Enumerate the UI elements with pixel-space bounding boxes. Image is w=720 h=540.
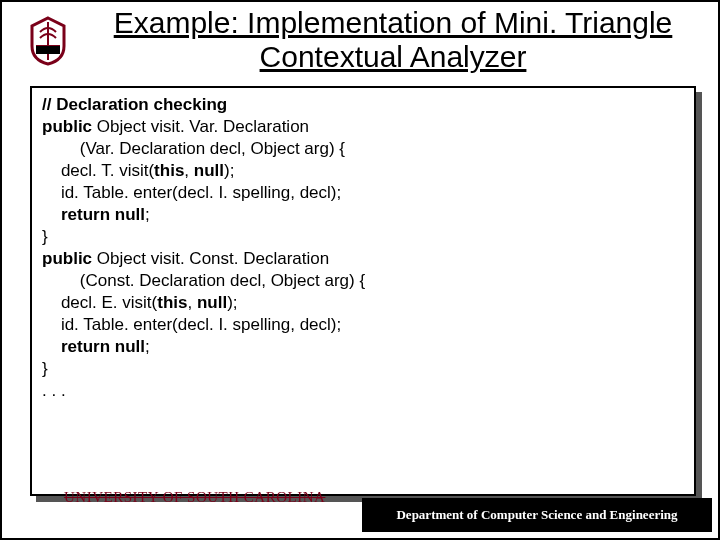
code-text: null xyxy=(194,161,224,180)
code-text: } xyxy=(42,227,48,246)
code-text: public xyxy=(42,249,97,268)
code-text: ); xyxy=(224,161,234,180)
code-text: return null xyxy=(61,205,145,224)
code-text: , xyxy=(184,161,193,180)
code-text: id. Table. enter(decl. I. spelling, decl… xyxy=(42,315,341,334)
code-text: this xyxy=(157,293,187,312)
slide-title: Example: Implementation of Mini. Triangl… xyxy=(80,6,706,74)
code-text: return null xyxy=(61,337,145,356)
code-text: id. Table. enter(decl. I. spelling, decl… xyxy=(42,183,341,202)
code-text: // Declaration checking xyxy=(42,95,227,114)
code-text xyxy=(42,337,61,356)
code-box: // Declaration checking public Object vi… xyxy=(30,86,696,496)
code-text: ; xyxy=(145,337,150,356)
code-text: Object visit. Var. Declaration xyxy=(97,117,309,136)
code-text: , xyxy=(187,293,196,312)
code-text: decl. E. visit( xyxy=(42,293,157,312)
code-text: ); xyxy=(227,293,237,312)
code-text: decl. T. visit( xyxy=(42,161,154,180)
footer-university: UNIVERSITY OF SOUTH CAROLINA xyxy=(64,489,325,506)
footer-department: Department of Computer Science and Engin… xyxy=(396,507,677,523)
code-text: (Var. Declaration decl, Object arg) { xyxy=(42,139,345,158)
code-text: . . . xyxy=(42,381,66,400)
code-text xyxy=(42,205,61,224)
code-text: (Const. Declaration decl, Object arg) { xyxy=(42,271,365,290)
svg-rect-0 xyxy=(36,46,60,54)
code-text: ; xyxy=(145,205,150,224)
footer-department-box: Department of Computer Science and Engin… xyxy=(362,498,712,532)
code-text: null xyxy=(197,293,227,312)
slide-frame: Example: Implementation of Mini. Triangl… xyxy=(0,0,720,540)
university-logo xyxy=(26,16,70,66)
code-text: this xyxy=(154,161,184,180)
code-text: Object visit. Const. Declaration xyxy=(97,249,329,268)
code-text: public xyxy=(42,117,97,136)
code-text: } xyxy=(42,359,48,378)
